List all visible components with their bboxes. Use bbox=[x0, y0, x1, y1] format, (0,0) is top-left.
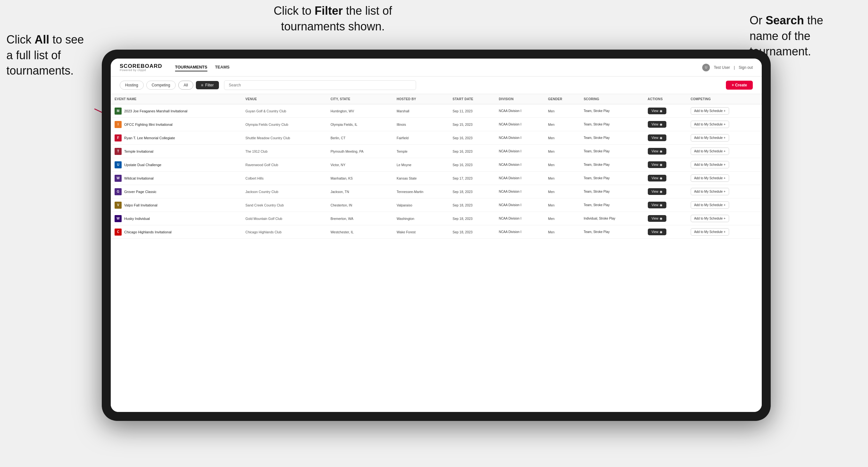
event-name-text-5: Wildcat Invitational bbox=[124, 176, 154, 180]
division-cell-9: NCAA Division I bbox=[495, 225, 544, 239]
logo-text: SCOREBOARD bbox=[120, 63, 162, 69]
event-logo-4: U bbox=[115, 161, 122, 168]
actions-cell-3: View ◉ bbox=[644, 145, 687, 158]
gender-cell-7: Men bbox=[544, 198, 580, 212]
start-date-cell-4: Sep 16, 2023 bbox=[449, 158, 495, 172]
event-logo-0: M bbox=[115, 107, 122, 115]
event-name-text-8: Husky Individual bbox=[124, 217, 150, 221]
event-name-text-2: Ryan T. Lee Memorial Collegiate bbox=[124, 136, 175, 140]
event-name-text-7: Valpo Fall Invitational bbox=[124, 203, 157, 207]
competing-cell-7: Add to My Schedule + bbox=[687, 198, 762, 212]
event-name-cell-0: M 2023 Joe Feaganes Marshall Invitationa… bbox=[111, 104, 242, 118]
add-schedule-button-2[interactable]: Add to My Schedule + bbox=[691, 134, 729, 142]
add-schedule-button-1[interactable]: Add to My Schedule + bbox=[691, 121, 729, 128]
nav-links: TOURNAMENTS TEAMS bbox=[175, 63, 692, 71]
view-button-1[interactable]: View ◉ bbox=[648, 121, 667, 128]
add-schedule-button-5[interactable]: Add to My Schedule + bbox=[691, 175, 729, 182]
event-name-cell-5: W Wildcat Invitational bbox=[111, 172, 242, 185]
signout-link[interactable]: Sign out bbox=[739, 65, 753, 70]
search-input[interactable] bbox=[224, 80, 416, 90]
table-row: W Wildcat Invitational Colbert Hills Man… bbox=[111, 172, 762, 185]
start-date-cell-5: Sep 17, 2023 bbox=[449, 172, 495, 185]
add-schedule-button-6[interactable]: Add to My Schedule + bbox=[691, 188, 729, 195]
annotation-all: Click All to see a full list of tourname… bbox=[6, 32, 90, 79]
city-state-cell-6: Jackson, TN bbox=[327, 185, 393, 198]
division-cell-7: NCAA Division I bbox=[495, 198, 544, 212]
competing-cell-9: Add to My Schedule + bbox=[687, 225, 762, 239]
eye-icon-4: ◉ bbox=[660, 163, 662, 166]
competing-cell-2: Add to My Schedule + bbox=[687, 131, 762, 145]
filter-button[interactable]: ≡ Filter bbox=[196, 81, 219, 89]
city-state-cell-9: Westchester, IL bbox=[327, 225, 393, 239]
annotation-search: Or Search thename of thetournament. bbox=[750, 13, 859, 60]
eye-icon-6: ◉ bbox=[660, 190, 662, 193]
gender-cell-5: Men bbox=[544, 172, 580, 185]
nav-teams[interactable]: TEAMS bbox=[215, 63, 230, 71]
tablet-frame: SCOREBOARD Powered by clippd TOURNAMENTS… bbox=[102, 50, 771, 421]
competing-cell-0: Add to My Schedule + bbox=[687, 104, 762, 118]
hosted-by-cell-9: Wake Forest bbox=[393, 225, 449, 239]
competing-cell-8: Add to My Schedule + bbox=[687, 212, 762, 225]
start-date-cell-9: Sep 18, 2023 bbox=[449, 225, 495, 239]
col-division: DIVISION bbox=[495, 94, 544, 104]
tab-competing[interactable]: Competing bbox=[146, 81, 176, 90]
division-cell-2: NCAA Division I bbox=[495, 131, 544, 145]
add-schedule-button-9[interactable]: Add to My Schedule + bbox=[691, 228, 729, 236]
view-button-8[interactable]: View ◉ bbox=[648, 215, 667, 222]
table-row: F Ryan T. Lee Memorial Collegiate Shuttl… bbox=[111, 131, 762, 145]
nav-tournaments[interactable]: TOURNAMENTS bbox=[175, 63, 208, 71]
tab-hosting[interactable]: Hosting bbox=[120, 81, 144, 90]
view-button-5[interactable]: View ◉ bbox=[648, 175, 667, 182]
venue-cell-8: Gold Mountain Golf Club bbox=[242, 212, 327, 225]
table-row: C Chicago Highlands Invitational Chicago… bbox=[111, 225, 762, 239]
gender-cell-3: Men bbox=[544, 145, 580, 158]
gender-cell-1: Men bbox=[544, 118, 580, 131]
division-cell-8: NCAA Division I bbox=[495, 212, 544, 225]
add-schedule-button-8[interactable]: Add to My Schedule + bbox=[691, 215, 729, 222]
col-hosted-by: HOSTED BY bbox=[393, 94, 449, 104]
competing-cell-5: Add to My Schedule + bbox=[687, 172, 762, 185]
scoring-cell-4: Team, Stroke Play bbox=[580, 158, 644, 172]
col-competing: COMPETING bbox=[687, 94, 762, 104]
hosted-by-cell-8: Washington bbox=[393, 212, 449, 225]
event-name-text-6: Grover Page Classic bbox=[124, 190, 156, 194]
table-row: V Valpo Fall Invitational Sand Creek Cou… bbox=[111, 198, 762, 212]
event-name-cell-3: T Temple Invitational bbox=[111, 145, 242, 158]
view-button-7[interactable]: View ◉ bbox=[648, 201, 667, 208]
scoring-cell-9: Team, Stroke Play bbox=[580, 225, 644, 239]
venue-cell-4: Ravenwood Golf Club bbox=[242, 158, 327, 172]
city-state-cell-8: Bremerton, WA bbox=[327, 212, 393, 225]
view-button-4[interactable]: View ◉ bbox=[648, 161, 667, 168]
view-button-6[interactable]: View ◉ bbox=[648, 188, 667, 195]
eye-icon-1: ◉ bbox=[660, 123, 662, 126]
app-header: SCOREBOARD Powered by clippd TOURNAMENTS… bbox=[111, 59, 762, 76]
eye-icon-7: ◉ bbox=[660, 203, 662, 207]
hosted-by-cell-2: Fairfield bbox=[393, 131, 449, 145]
scoring-cell-0: Team, Stroke Play bbox=[580, 104, 644, 118]
venue-cell-3: The 1912 Club bbox=[242, 145, 327, 158]
hosted-by-cell-7: Valparaiso bbox=[393, 198, 449, 212]
add-schedule-button-7[interactable]: Add to My Schedule + bbox=[691, 201, 729, 209]
separator: | bbox=[734, 65, 735, 70]
competing-cell-1: Add to My Schedule + bbox=[687, 118, 762, 131]
view-button-3[interactable]: View ◉ bbox=[648, 148, 667, 155]
view-button-2[interactable]: View ◉ bbox=[648, 134, 667, 141]
event-logo-1: I bbox=[115, 121, 122, 128]
add-schedule-button-0[interactable]: Add to My Schedule + bbox=[691, 107, 729, 115]
add-schedule-button-4[interactable]: Add to My Schedule + bbox=[691, 161, 729, 168]
logo-area: SCOREBOARD Powered by clippd bbox=[120, 63, 162, 72]
city-state-cell-1: Olympia Fields, IL bbox=[327, 118, 393, 131]
venue-cell-2: Shuttle Meadow Country Club bbox=[242, 131, 327, 145]
start-date-cell-1: Sep 15, 2023 bbox=[449, 118, 495, 131]
view-button-9[interactable]: View ◉ bbox=[648, 228, 667, 235]
scoring-cell-3: Team, Stroke Play bbox=[580, 145, 644, 158]
event-name-cell-9: C Chicago Highlands Invitational bbox=[111, 225, 242, 239]
view-button-0[interactable]: View ◉ bbox=[648, 107, 667, 114]
add-schedule-button-3[interactable]: Add to My Schedule + bbox=[691, 148, 729, 155]
start-date-cell-3: Sep 16, 2023 bbox=[449, 145, 495, 158]
create-button[interactable]: + Create bbox=[726, 81, 753, 90]
tab-all[interactable]: All bbox=[178, 81, 193, 90]
event-name-text-4: Upstate Dual Challenge bbox=[124, 163, 161, 167]
gender-cell-9: Men bbox=[544, 225, 580, 239]
event-logo-3: T bbox=[115, 148, 122, 155]
